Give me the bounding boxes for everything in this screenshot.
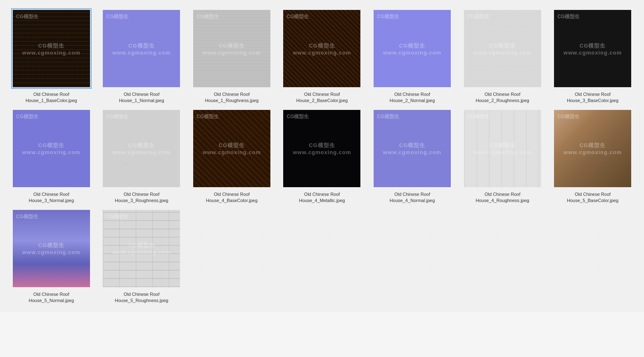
thumbnail-wrapper-16: CG模型生CG模型生www.cgmoxing.com [101, 208, 182, 289]
watermark-center-11: CG模型生www.cgmoxing.com [293, 142, 351, 155]
watermark-topleft-16: CG模型生 [106, 213, 128, 220]
watermark-topleft-6: CG模型生 [467, 13, 490, 20]
thumbnail-11: CG模型生CG模型生www.cgmoxing.com [283, 110, 360, 187]
texture-label-7: Old Chinese RoofHouse_3_BaseColor.jpeg [567, 91, 618, 104]
texture-item-15[interactable]: CG模型生CG模型生www.cgmoxing.comOld Chinese Ro… [8, 208, 95, 304]
watermark-center-13: CG模型生www.cgmoxing.com [474, 142, 532, 155]
thumbnail-wrapper-6: CG模型生CG模型生www.cgmoxing.com [462, 8, 543, 89]
watermark-center-7: CG模型生www.cgmoxing.com [564, 42, 622, 55]
watermark-topleft-7: CG模型生 [557, 13, 580, 20]
texture-item-12[interactable]: CG模型生CG模型生www.cgmoxing.comOld Chinese Ro… [369, 108, 455, 204]
thumbnail-wrapper-7: CG模型生CG模型生www.cgmoxing.com [552, 8, 633, 89]
watermark-topleft-1: CG模型生 [16, 13, 38, 20]
texture-item-4[interactable]: CG模型生CG模型生www.cgmoxing.comOld Chinese Ro… [279, 8, 365, 104]
thumbnail-4: CG模型生CG模型生www.cgmoxing.com [283, 10, 360, 87]
watermark-topleft-4: CG模型生 [286, 13, 309, 20]
texture-label-1: Old Chinese RoofHouse_1_BaseColor.jpeg [26, 91, 77, 104]
texture-item-2[interactable]: CG模型生CG模型生www.cgmoxing.comOld Chinese Ro… [99, 8, 185, 104]
watermark-topleft-13: CG模型生 [467, 113, 490, 120]
texture-item-11[interactable]: CG模型生CG模型生www.cgmoxing.comOld Chinese Ro… [279, 108, 365, 204]
thumbnail-wrapper-13: CG模型生CG模型生www.cgmoxing.com [462, 108, 543, 189]
thumbnail-10: CG模型生CG模型生www.cgmoxing.com [193, 110, 270, 187]
texture-label-16: Old Chinese RoofHouse_5_Roughness.jpeg [115, 291, 168, 304]
thumbnail-wrapper-8: CG模型生CG模型生www.cgmoxing.com [11, 108, 92, 189]
watermark-center-9: CG模型生www.cgmoxing.com [112, 142, 170, 155]
texture-label-2: Old Chinese RoofHouse_1_Normal.jpeg [119, 91, 164, 104]
texture-grid: CG模型生CG模型生www.cgmoxing.comOld Chinese Ro… [0, 0, 644, 312]
thumbnail-16: CG模型生CG模型生www.cgmoxing.com [103, 210, 180, 287]
thumbnail-wrapper-12: CG模型生CG模型生www.cgmoxing.com [372, 108, 452, 189]
thumbnail-14: CG模型生CG模型生www.cgmoxing.com [554, 110, 631, 187]
thumbnail-wrapper-14: CG模型生CG模型生www.cgmoxing.com [552, 108, 633, 189]
texture-label-9: Old Chinese RoofHouse_3_Roughness.jpeg [115, 191, 168, 204]
watermark-topleft-3: CG模型生 [197, 13, 219, 20]
texture-label-10: Old Chinese RoofHouse_4_BaseColor.jpeg [206, 191, 258, 204]
texture-label-3: Old Chinese RoofHouse_1_Roughness.jpeg [205, 91, 259, 104]
thumbnail-wrapper-11: CG模型生CG模型生www.cgmoxing.com [282, 108, 362, 189]
watermark-center-10: CG模型生www.cgmoxing.com [203, 142, 261, 155]
empty-cell-0 [189, 208, 269, 303]
watermark-topleft-8: CG模型生 [16, 113, 38, 120]
thumbnail-wrapper-4: CG模型生CG模型生www.cgmoxing.com [282, 8, 362, 89]
empty-cell-4 [549, 208, 630, 303]
watermark-topleft-5: CG模型生 [377, 13, 399, 20]
empty-cell-3 [459, 208, 540, 303]
texture-item-1[interactable]: CG模型生CG模型生www.cgmoxing.comOld Chinese Ro… [8, 8, 95, 104]
thumbnail-13: CG模型生CG模型生www.cgmoxing.com [464, 110, 541, 187]
thumbnail-wrapper-5: CG模型生CG模型生www.cgmoxing.com [372, 8, 452, 89]
watermark-center-16: CG模型生www.cgmoxing.com [112, 242, 170, 255]
thumbnail-wrapper-3: CG模型生CG模型生www.cgmoxing.com [192, 8, 272, 89]
watermark-center-12: CG模型生www.cgmoxing.com [383, 142, 441, 155]
watermark-topleft-15: CG模型生 [16, 213, 38, 220]
texture-item-13[interactable]: CG模型生CG模型生www.cgmoxing.comOld Chinese Ro… [459, 108, 546, 204]
thumbnail-2: CG模型生CG模型生www.cgmoxing.com [103, 10, 180, 87]
watermark-topleft-10: CG模型生 [197, 113, 219, 120]
thumbnail-8: CG模型生CG模型生www.cgmoxing.com [13, 110, 90, 187]
watermark-topleft-9: CG模型生 [106, 113, 128, 120]
watermark-center-5: CG模型生www.cgmoxing.com [383, 42, 441, 55]
watermark-center-6: CG模型生www.cgmoxing.com [474, 42, 532, 55]
texture-item-16[interactable]: CG模型生CG模型生www.cgmoxing.comOld Chinese Ro… [99, 208, 185, 304]
texture-label-14: Old Chinese RoofHouse_5_BaseColor.jpeg [567, 191, 618, 204]
thumbnail-3: CG模型生CG模型生www.cgmoxing.com [193, 10, 270, 87]
texture-item-8[interactable]: CG模型生CG模型生www.cgmoxing.comOld Chinese Ro… [8, 108, 95, 204]
thumbnail-6: CG模型生CG模型生www.cgmoxing.com [464, 10, 541, 87]
texture-item-6[interactable]: CG模型生CG模型生www.cgmoxing.comOld Chinese Ro… [459, 8, 546, 104]
texture-label-12: Old Chinese RoofHouse_4_Normal.jpeg [390, 191, 435, 204]
watermark-center-3: CG模型生www.cgmoxing.com [203, 42, 261, 55]
watermark-topleft-11: CG模型生 [286, 113, 309, 120]
texture-label-6: Old Chinese RoofHouse_2_Roughness.jpeg [476, 91, 529, 104]
thumbnail-wrapper-15: CG模型生CG模型生www.cgmoxing.com [11, 208, 92, 289]
watermark-center-15: CG模型生www.cgmoxing.com [22, 242, 80, 255]
texture-item-5[interactable]: CG模型生CG模型生www.cgmoxing.comOld Chinese Ro… [369, 8, 455, 104]
texture-label-5: Old Chinese RoofHouse_2_Normal.jpeg [390, 91, 435, 104]
texture-item-9[interactable]: CG模型生CG模型生www.cgmoxing.comOld Chinese Ro… [99, 108, 185, 204]
watermark-topleft-12: CG模型生 [377, 113, 399, 120]
thumbnail-12: CG模型生CG模型生www.cgmoxing.com [374, 110, 451, 187]
texture-item-7[interactable]: CG模型生CG模型生www.cgmoxing.comOld Chinese Ro… [549, 8, 636, 104]
thumbnail-9: CG模型生CG模型生www.cgmoxing.com [103, 110, 180, 187]
thumbnail-wrapper-9: CG模型生CG模型生www.cgmoxing.com [101, 108, 182, 189]
texture-item-3[interactable]: CG模型生CG模型生www.cgmoxing.comOld Chinese Ro… [189, 8, 275, 104]
texture-label-15: Old Chinese RoofHouse_5_Normal.jpeg [29, 291, 74, 304]
thumbnail-wrapper-1: CG模型生CG模型生www.cgmoxing.com [11, 8, 92, 89]
watermark-center-8: CG模型生www.cgmoxing.com [22, 142, 80, 155]
texture-label-8: Old Chinese RoofHouse_3_Normal.jpeg [29, 191, 74, 204]
empty-cell-2 [369, 208, 450, 303]
thumbnail-15: CG模型生CG模型生www.cgmoxing.com [13, 210, 90, 287]
watermark-center-2: CG模型生www.cgmoxing.com [112, 42, 170, 55]
thumbnail-1: CG模型生CG模型生www.cgmoxing.com [13, 10, 90, 87]
texture-item-14[interactable]: CG模型生CG模型生www.cgmoxing.comOld Chinese Ro… [549, 108, 636, 204]
thumbnail-wrapper-10: CG模型生CG模型生www.cgmoxing.com [192, 108, 272, 189]
watermark-topleft-2: CG模型生 [106, 13, 128, 20]
texture-item-10[interactable]: CG模型生CG模型生www.cgmoxing.comOld Chinese Ro… [189, 108, 275, 204]
texture-label-13: Old Chinese RoofHouse_4_Roughness.jpeg [476, 191, 529, 204]
watermark-center-14: CG模型生www.cgmoxing.com [564, 142, 622, 155]
texture-label-11: Old Chinese RoofHouse_4_Metallic.jpeg [299, 191, 345, 204]
thumbnail-7: CG模型生CG模型生www.cgmoxing.com [554, 10, 631, 87]
thumbnail-5: CG模型生CG模型生www.cgmoxing.com [374, 10, 451, 87]
watermark-center-4: CG模型生www.cgmoxing.com [293, 42, 351, 55]
texture-label-4: Old Chinese RoofHouse_2_BaseColor.jpeg [296, 91, 348, 104]
watermark-topleft-14: CG模型生 [557, 113, 580, 120]
empty-cell-1 [279, 208, 360, 303]
